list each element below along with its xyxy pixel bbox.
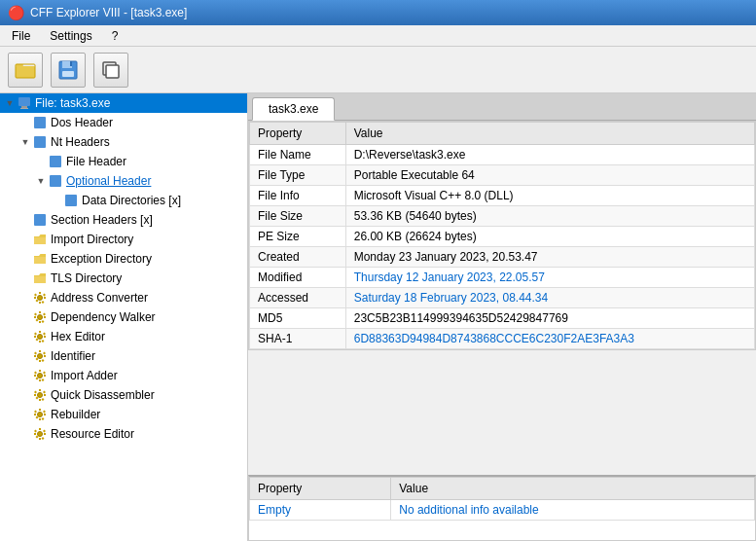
bottom-table: Property Value EmptyNo additional info a… <box>249 477 755 521</box>
tree-icon-section-headers <box>32 212 48 228</box>
tree-item-dos-header[interactable]: Dos Header <box>0 113 247 132</box>
tree-icon-nt-headers <box>32 134 48 150</box>
tab-task3exe[interactable]: task3.exe <box>252 97 335 121</box>
tree-icon-resource-editor <box>32 426 48 442</box>
main-table-scroll[interactable]: Property Value File NameD:\Reverse\task3… <box>248 121 756 475</box>
tree-icon-file-header <box>48 154 63 169</box>
tree-item-import-adder[interactable]: Import Adder <box>0 366 247 385</box>
expand-icon-address-converter <box>19 292 31 304</box>
svg-rect-11 <box>20 108 28 109</box>
table-row[interactable]: AccessedSaturday 18 February 2023, 08.44… <box>250 288 755 308</box>
svg-rect-5 <box>62 71 74 77</box>
svg-point-16 <box>38 374 43 379</box>
tree-label-section-headers: Section Headers [x] <box>51 213 153 227</box>
tree-label-root: File: task3.exe <box>35 96 110 110</box>
property-cell: File Info <box>250 186 346 206</box>
value-cell: 26.00 KB (26624 bytes) <box>345 227 754 247</box>
tree-icon-import-adder <box>32 368 48 383</box>
tree-item-data-directories[interactable]: Data Directories [x] <box>0 191 247 210</box>
tree-item-optional-header[interactable]: ▼Optional Header <box>0 171 247 191</box>
bottom-table-row[interactable]: EmptyNo additional info available <box>250 500 755 521</box>
tree-item-tls-directory[interactable]: TLS Directory <box>0 269 247 288</box>
tree-panel: ▼File: task3.exe Dos Header▼Nt Headers F… <box>0 93 248 541</box>
svg-rect-6 <box>70 61 72 66</box>
svg-rect-9 <box>18 97 30 106</box>
tree-item-identifier[interactable]: Identifier <box>0 346 247 366</box>
svg-rect-8 <box>106 65 119 78</box>
tree-label-resource-editor: Resource Editor <box>51 427 134 441</box>
tree-icon-identifier <box>32 348 48 364</box>
tree-icon-data-directories <box>63 193 79 208</box>
value-cell: 23C5B23B114999394635D52429847769 <box>345 308 754 329</box>
tree-item-import-directory[interactable]: Import Directory <box>0 230 247 249</box>
tree-label-dos-header: Dos Header <box>51 116 113 129</box>
property-cell: SHA-1 <box>250 329 346 349</box>
expand-icon-dos-header <box>19 117 31 128</box>
save-button[interactable] <box>51 53 86 88</box>
tree-item-address-converter[interactable]: Address Converter <box>0 288 247 307</box>
tree-label-hex-editor: Hex Editor <box>51 330 105 343</box>
tree-icon-tls-directory <box>32 270 48 286</box>
menu-file[interactable]: File <box>4 27 38 45</box>
expand-icon-nt-headers: ▼ <box>19 136 31 148</box>
table-row[interactable]: SHA-16D88363D94984D8743868CCCE6C230F2AE3… <box>250 329 755 349</box>
expand-icon-import-adder <box>19 370 31 381</box>
tree-item-rebuilder[interactable]: Rebuilder <box>0 405 247 424</box>
main-content: ▼File: task3.exe Dos Header▼Nt Headers F… <box>0 93 756 541</box>
svg-point-18 <box>38 413 43 417</box>
table-row[interactable]: PE Size26.00 KB (26624 bytes) <box>250 227 755 247</box>
table-row[interactable]: CreatedMonday 23 January 2023, 20.53.47 <box>250 247 755 268</box>
tree-item-file-header[interactable]: File Header <box>0 152 247 171</box>
tree-icon-optional-header <box>48 173 63 189</box>
table-row[interactable]: File Size53.36 KB (54640 bytes) <box>250 206 755 227</box>
tree-item-hex-editor[interactable]: Hex Editor <box>0 327 247 346</box>
expand-icon-root: ▼ <box>4 97 16 109</box>
tree-label-dependency-walker: Dependency Walker <box>51 310 156 324</box>
expand-icon-exception-directory <box>19 253 31 265</box>
svg-point-14 <box>38 335 43 340</box>
expand-icon-file-header <box>35 156 47 167</box>
table-row[interactable]: File InfoMicrosoft Visual C++ 8.0 (DLL) <box>250 186 755 206</box>
expand-icon-identifier <box>19 350 31 362</box>
value-cell: 53.36 KB (54640 bytes) <box>345 206 754 227</box>
expand-icon-resource-editor <box>19 428 31 440</box>
main-table-area: Property Value File NameD:\Reverse\task3… <box>248 121 756 475</box>
svg-point-17 <box>38 393 43 398</box>
tree-label-quick-disassembler: Quick Disassembler <box>51 388 155 402</box>
tree-item-section-headers[interactable]: Section Headers [x] <box>0 210 247 230</box>
value-cell: Thursday 12 January 2023, 22.05.57 <box>345 268 754 288</box>
tree-label-identifier: Identifier <box>51 349 95 363</box>
svg-point-15 <box>38 354 43 359</box>
title-bar: 🔴 CFF Explorer VIII - [task3.exe] <box>0 0 756 25</box>
tree-label-optional-header: Optional Header <box>66 174 151 188</box>
right-panel: task3.exe Property Value File NameD:\Rev… <box>248 93 756 541</box>
tree-item-resource-editor[interactable]: Resource Editor <box>0 424 247 444</box>
expand-icon-import-directory <box>19 234 31 245</box>
menu-settings[interactable]: Settings <box>42 27 99 45</box>
bottom-col-value: Value <box>391 478 755 500</box>
app-icon: 🔴 <box>8 5 24 20</box>
tree-item-exception-directory[interactable]: Exception Directory <box>0 249 247 269</box>
table-row[interactable]: MD523C5B23B114999394635D52429847769 <box>250 308 755 329</box>
title-text: CFF Explorer VIII - [task3.exe] <box>30 6 187 19</box>
table-row[interactable]: ModifiedThursday 12 January 2023, 22.05.… <box>250 268 755 288</box>
tree-item-root[interactable]: ▼File: task3.exe <box>0 93 247 113</box>
main-table: Property Value File NameD:\Reverse\task3… <box>249 122 755 349</box>
tree-label-exception-directory: Exception Directory <box>51 252 152 266</box>
expand-icon-quick-disassembler <box>19 389 31 401</box>
table-row[interactable]: File NameD:\Reverse\task3.exe <box>250 145 755 165</box>
svg-point-13 <box>38 315 43 320</box>
table-row[interactable]: File TypePortable Executable 64 <box>250 165 755 186</box>
tree-item-quick-disassembler[interactable]: Quick Disassembler <box>0 385 247 405</box>
tree-label-import-directory: Import Directory <box>51 233 133 246</box>
tree-icon-import-directory <box>32 232 48 247</box>
copy-button[interactable] <box>93 53 128 88</box>
tree-item-dependency-walker[interactable]: Dependency Walker <box>0 307 247 327</box>
expand-icon-optional-header: ▼ <box>35 175 47 187</box>
svg-point-19 <box>38 432 43 437</box>
open-button[interactable] <box>8 53 43 88</box>
value-cell: 6D88363D94984D8743868CCCE6C230F2AE3FA3A3 <box>345 329 754 349</box>
tree-item-nt-headers[interactable]: ▼Nt Headers <box>0 132 247 152</box>
tree-icon-exception-directory <box>32 251 48 267</box>
menu-help[interactable]: ? <box>104 27 126 45</box>
